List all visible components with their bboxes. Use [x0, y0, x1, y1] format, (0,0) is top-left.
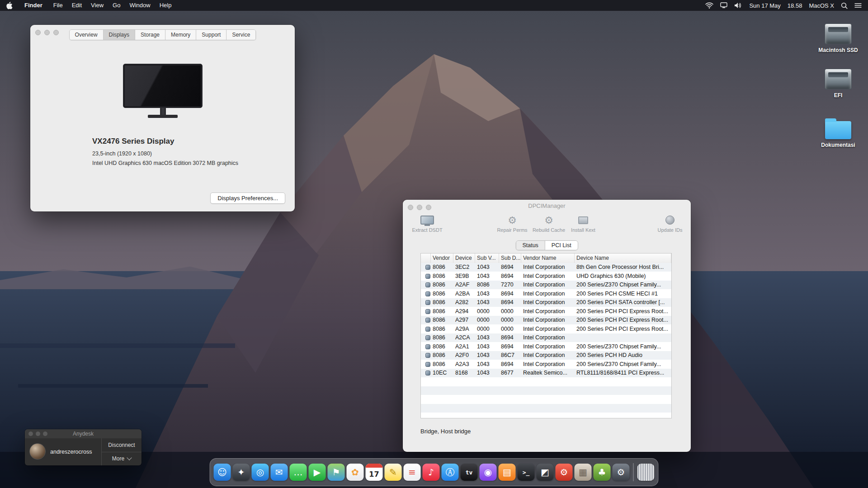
table-row[interactable]: 8086A2F0104386C7Intel Corporation200 Ser… [421, 351, 671, 360]
column-header-sub-v-[interactable]: Sub V... [475, 253, 499, 263]
column-header-vendor[interactable]: Vendor [431, 253, 453, 263]
dock-books-icon[interactable]: ▤ [499, 464, 516, 481]
table-row[interactable]: 8086A2AF80867270Intel Corporation200 Ser… [421, 281, 671, 290]
tab-storage[interactable]: Storage [135, 30, 165, 40]
minimize-button[interactable] [44, 30, 50, 35]
table-row[interactable]: 8086A29A00000000Intel Corporation200 Ser… [421, 325, 671, 334]
menu-help[interactable]: Help [155, 0, 176, 11]
toolbar-repair-perms[interactable]: ⚙Repair Perms [493, 214, 531, 233]
notification-center-icon[interactable] [854, 3, 862, 8]
dock-mail-icon[interactable]: ✉ [271, 464, 288, 481]
dpcimanager-window: DPCIManager Extract DSDT⚙Repair Perms⚙Re… [403, 200, 691, 452]
tab-support[interactable]: Support [196, 30, 226, 40]
dock-photos-icon[interactable]: ✿ [347, 464, 364, 481]
dock-app-store-icon[interactable]: Ⓐ [442, 464, 459, 481]
dock-terminal-icon[interactable]: >_ [518, 464, 535, 481]
close-button[interactable] [28, 432, 33, 436]
desktop-icon-macintosh-ssd[interactable]: Macintosh SSD [813, 23, 863, 53]
volume-icon[interactable] [734, 2, 742, 9]
toolbar-extract-dsdt[interactable]: Extract DSDT [408, 214, 446, 233]
dock-facetime-icon[interactable]: ▶ [309, 464, 326, 481]
toolbar-rebuild-cache[interactable]: ⚙Rebuild Cache [530, 214, 568, 233]
more-button[interactable]: More [102, 452, 142, 466]
menu-clock-date[interactable]: Sun 17 May [749, 2, 780, 9]
tab-pci-list[interactable]: PCI List [545, 241, 578, 250]
dock-hackintool-icon[interactable]: ⚙ [613, 464, 630, 481]
menu-os-label[interactable]: MacOS X [809, 2, 834, 9]
table-row[interactable]: 10EC816810438677Realtek Semico...RTL8111… [421, 369, 671, 378]
disconnect-button[interactable]: Disconnect [102, 438, 142, 452]
zoom-button[interactable] [426, 205, 431, 210]
table-row[interactable]: 8086A29700000000Intel Corporation200 Ser… [421, 316, 671, 325]
device-chip-icon [425, 335, 430, 340]
toolbar-install-kext[interactable]: Install Kext [564, 214, 602, 233]
column-header-sub-d-[interactable]: Sub D... [499, 253, 521, 263]
table-row[interactable]: 80863EC210438694Intel Corporation8th Gen… [421, 263, 671, 272]
dock-finder-icon[interactable]: ☺ [214, 464, 231, 481]
menu-file[interactable]: File [49, 0, 67, 11]
table-cell: Intel Corporation [521, 298, 575, 307]
column-header-icon[interactable] [421, 253, 431, 263]
spotlight-icon[interactable] [841, 2, 848, 9]
dock-trash-icon[interactable] [637, 464, 655, 481]
minimize-button[interactable] [36, 432, 40, 436]
dock-safari-icon[interactable]: ◎ [252, 464, 269, 481]
column-header-device-name[interactable]: Device Name [575, 253, 671, 263]
table-row[interactable]: 8086A2BA10438694Intel Corporation200 Ser… [421, 290, 671, 299]
tab-displays[interactable]: Displays [104, 30, 135, 40]
tab-status[interactable]: Status [516, 241, 545, 250]
tab-overview[interactable]: Overview [70, 30, 104, 40]
dock-podcasts-icon[interactable]: ◉ [480, 464, 497, 481]
tab-service[interactable]: Service [226, 30, 255, 40]
menu-go[interactable]: Go [108, 0, 125, 11]
apple-menu[interactable] [6, 2, 13, 9]
calendar-day: 17 [369, 468, 379, 481]
table-cell: Intel Corporation [521, 325, 575, 334]
wifi-icon[interactable] [705, 2, 713, 9]
tab-memory[interactable]: Memory [165, 30, 196, 40]
table-row[interactable]: 8086A28210438694Intel Corporation200 Ser… [421, 298, 671, 307]
display-status-icon[interactable] [720, 2, 727, 9]
dock-maps-icon[interactable]: ⚑ [328, 464, 345, 481]
desktop-icon-dokumentasi[interactable]: Dokumentasi [813, 117, 863, 148]
dock-installer-icon[interactable]: ▦ [575, 464, 592, 481]
table-row[interactable]: 8086A2A310438694Intel Corporation200 Ser… [421, 360, 671, 369]
menu-edit[interactable]: Edit [67, 0, 86, 11]
dock-kext-utility-icon[interactable]: ⚙ [556, 464, 573, 481]
dock-calendar-icon[interactable]: 17 [366, 464, 383, 481]
app-menu-finder[interactable]: Finder [20, 0, 47, 11]
zoom-button[interactable] [53, 30, 59, 35]
dock-messages-icon[interactable]: … [290, 464, 307, 481]
table-cell: 8086 [431, 263, 453, 272]
dock-launchpad-icon[interactable]: ✦ [233, 464, 250, 481]
table-row[interactable]: 8086A2CA10438694Intel Corporation [421, 333, 671, 343]
dock-screenshot-icon[interactable]: ◩ [537, 464, 554, 481]
dock-music-icon[interactable]: ♪ [423, 464, 440, 481]
table-cell: 8086 [475, 281, 499, 290]
monitor-screen-art [123, 64, 203, 108]
column-header-vendor-name[interactable]: Vendor Name [521, 253, 575, 263]
table-row[interactable]: 8086A29400000000Intel Corporation200 Ser… [421, 307, 671, 316]
zoom-button[interactable] [43, 432, 47, 436]
table-cell: 8086 [431, 281, 453, 290]
table-row[interactable]: 80863E9B10438694Intel CorporationUHD Gra… [421, 272, 671, 281]
dock-tv-icon[interactable]: tv [461, 464, 478, 481]
mini-globe-art [665, 216, 675, 225]
column-header-device[interactable]: Device [453, 253, 475, 263]
dock-notes-icon[interactable]: ✎ [385, 464, 402, 481]
row-icon-cell [421, 272, 431, 281]
displays-preferences-button[interactable]: Displays Preferences... [210, 192, 285, 204]
menu-window[interactable]: Window [125, 0, 155, 11]
table-row[interactable]: 8086A2A110438694Intel Corporation200 Ser… [421, 343, 671, 352]
dock-reminders-icon[interactable]: ≡ [404, 464, 421, 481]
menu-view[interactable]: View [86, 0, 108, 11]
table-cell: 8694 [499, 298, 521, 307]
toolbar-update-ids[interactable]: Update IDs [651, 214, 689, 233]
close-button[interactable] [35, 30, 41, 35]
menu-clock-time[interactable]: 18.58 [788, 2, 802, 9]
minimize-button[interactable] [417, 205, 422, 210]
table-cell: 200 Series PCH PCI Express Root... [575, 307, 671, 316]
dock-clover-configurator-icon[interactable]: ♣ [594, 464, 611, 481]
desktop-icon-efi[interactable]: EFI [813, 69, 863, 99]
close-button[interactable] [408, 205, 413, 210]
